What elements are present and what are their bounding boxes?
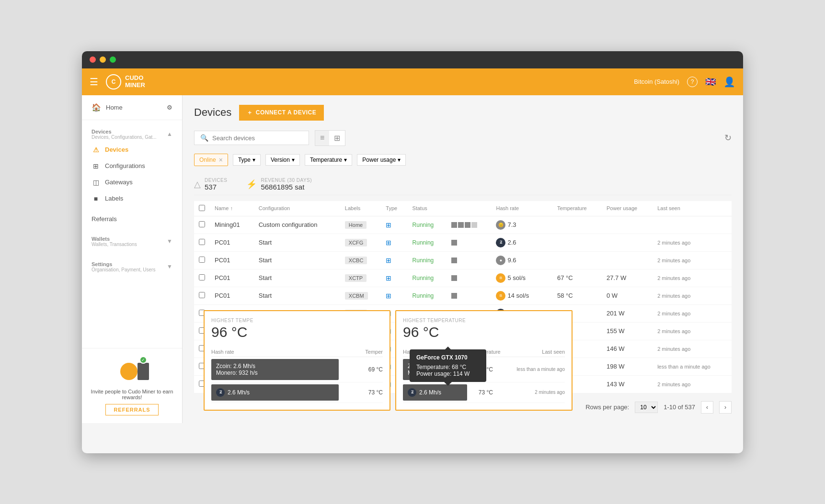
device-label-chip[interactable]: XCTP: [345, 274, 367, 282]
settings-group-subtitle: Organisation, Payment, Users: [92, 267, 155, 272]
device-power: 143 W: [602, 375, 653, 393]
referrals-promo-text: Invite people to Cudo Miner to earn rewa…: [90, 389, 174, 400]
device-name[interactable]: PC01: [210, 251, 254, 269]
device-name[interactable]: PC01: [210, 287, 254, 304]
configurations-icon: ⊞: [92, 162, 100, 170]
sidebar-item-referrals[interactable]: Referrals: [82, 211, 182, 227]
tooltip-power-label: Power usage:: [416, 370, 451, 377]
device-last-seen: 2 minutes ago: [653, 251, 732, 269]
titlebar: [82, 51, 743, 68]
filter-power[interactable]: Power usage ▾: [357, 154, 406, 166]
col-temp[interactable]: Temperature: [552, 201, 602, 216]
device-config[interactable]: Custom configuration: [254, 216, 340, 234]
devices-group-title: Devices: [92, 129, 157, 134]
device-config[interactable]: Start: [254, 269, 340, 287]
device-temp: [552, 251, 602, 269]
device-temp: [552, 216, 602, 234]
device-hashrate: B 14 sol/s: [491, 287, 552, 304]
chevron-up-icon[interactable]: ▲: [167, 131, 172, 137]
row-checkbox[interactable]: [199, 221, 205, 227]
connect-device-button[interactable]: ＋ CONNECT A DEVICE: [239, 105, 324, 121]
filter-version-label: Version: [271, 157, 290, 163]
device-name[interactable]: PC01: [210, 234, 254, 251]
row-checkbox[interactable]: [199, 292, 205, 298]
list-view-button[interactable]: ≡: [315, 131, 329, 146]
select-all-checkbox[interactable]: [199, 205, 205, 211]
device-tooltip: GeForce GTX 1070 Temperature: 68 °C Powe…: [410, 349, 486, 382]
hamburger-menu[interactable]: ☰: [90, 76, 98, 88]
user-icon[interactable]: 👤: [723, 76, 735, 88]
pagination-range: 1-10 of 537: [664, 403, 695, 411]
flag-icon[interactable]: 🇬🇧: [705, 77, 716, 87]
device-label-chip[interactable]: XCBC: [345, 257, 367, 264]
sidebar-item-configurations[interactable]: ⊞ Configurations: [82, 158, 182, 174]
col-hashrate[interactable]: Hash rate: [491, 201, 552, 216]
row-checkbox[interactable]: [199, 274, 205, 280]
row-checkbox[interactable]: [199, 257, 205, 263]
col-last-seen[interactable]: Last seen: [653, 201, 732, 216]
sidebar-devices-label: Devices: [105, 146, 128, 153]
close-dot[interactable]: [90, 56, 96, 63]
sidebar-home[interactable]: 🏠 Home ⚙: [82, 95, 182, 120]
search-box[interactable]: 🔍: [194, 131, 309, 145]
device-label-chip[interactable]: XCBM: [345, 292, 368, 300]
sidebar-item-labels[interactable]: ■ Labels: [82, 190, 182, 207]
device-status: Running: [412, 292, 434, 299]
filter-temperature[interactable]: Temperature ▾: [305, 154, 352, 166]
settings-gear-icon[interactable]: ⚙: [167, 104, 172, 111]
referrals-label: Referrals: [92, 215, 117, 223]
device-config[interactable]: Start: [254, 234, 340, 251]
device-label-chip[interactable]: Home: [345, 221, 367, 229]
device-config[interactable]: Start: [254, 287, 340, 304]
device-name[interactable]: Mining01: [210, 216, 254, 234]
col-name[interactable]: Name ↑: [210, 201, 254, 216]
row-checkbox[interactable]: [199, 239, 205, 245]
pagination-prev-button[interactable]: ‹: [701, 401, 713, 414]
device-name[interactable]: PC01: [210, 269, 254, 287]
sidebar-item-devices[interactable]: ⚠ Devices: [82, 142, 182, 158]
connect-icon: ＋: [247, 109, 253, 117]
col-labels[interactable]: Labels: [340, 201, 381, 216]
col-type[interactable]: Type: [381, 201, 407, 216]
filter-online[interactable]: Online ×: [194, 154, 228, 166]
col-config[interactable]: Configuration: [254, 201, 340, 216]
tooltip-model: GeForce GTX 1070: [416, 354, 480, 361]
grid-view-button[interactable]: ⊞: [329, 131, 345, 146]
gateways-icon: ◫: [92, 179, 100, 186]
mini-squares: [451, 222, 486, 228]
page-header: Devices ＋ CONNECT A DEVICE: [194, 105, 732, 121]
maximize-dot[interactable]: [110, 56, 116, 63]
device-last-seen: 2 minutes ago: [653, 375, 732, 393]
filter-version[interactable]: Version ▾: [265, 154, 300, 166]
popup1-row1-temp: 69 °C: [339, 357, 383, 382]
chevron-down-settings-icon[interactable]: ▼: [167, 263, 172, 270]
pagination-next-button[interactable]: ›: [719, 401, 732, 414]
filter-power-label: Power usage: [362, 157, 396, 163]
device-config[interactable]: Start: [254, 251, 340, 269]
popup2-row2-hash: Ƶ 2.6 Mh/s: [403, 382, 467, 403]
device-power: 198 W: [602, 358, 653, 375]
filter-online-remove[interactable]: ×: [219, 156, 223, 164]
filter-type[interactable]: Type ▾: [233, 154, 261, 166]
col-power[interactable]: Power usage: [602, 201, 653, 216]
device-last-seen: 2 minutes ago: [653, 234, 732, 251]
device-temp: [552, 234, 602, 251]
toolbar: 🔍 ≡ ⊞ ↻: [194, 130, 732, 146]
device-power: 0 W: [602, 287, 653, 304]
search-input[interactable]: [212, 134, 303, 142]
popup2-row1-last: less than a minute ago: [504, 357, 565, 382]
help-icon[interactable]: ?: [687, 77, 698, 87]
windows-icon: ⊞: [386, 257, 391, 264]
refresh-button[interactable]: ↻: [724, 133, 732, 143]
minimize-dot[interactable]: [100, 56, 106, 63]
referrals-button[interactable]: REFERRALS: [105, 404, 158, 415]
devices-stat-icon: △: [194, 179, 201, 190]
currency-label[interactable]: Bitcoin (Satoshi): [634, 78, 679, 85]
chevron-down-wallets-icon[interactable]: ▼: [167, 238, 172, 245]
device-label-chip[interactable]: XCFG: [345, 239, 367, 246]
rows-per-page-select[interactable]: 10 25 50: [635, 402, 658, 413]
topbar: ☰ C CUDOMINER Bitcoin (Satoshi) ? 🇬🇧 👤: [82, 68, 743, 95]
device-status: Running: [412, 257, 434, 264]
sidebar-item-gateways[interactable]: ◫ Gateways: [82, 174, 182, 190]
device-power: [602, 234, 653, 251]
